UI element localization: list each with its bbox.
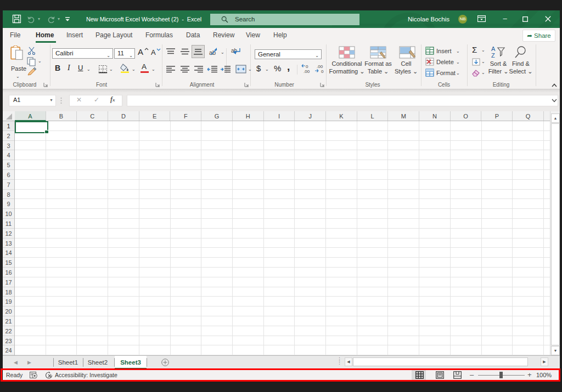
svg-text:0: 0 <box>306 64 308 69</box>
svg-text:.00: .00 <box>317 64 323 69</box>
svg-text:0: 0 <box>321 69 324 73</box>
svg-text:Z: Z <box>491 52 495 59</box>
svg-text:A: A <box>491 46 496 52</box>
svg-text:.00: .00 <box>304 69 310 73</box>
